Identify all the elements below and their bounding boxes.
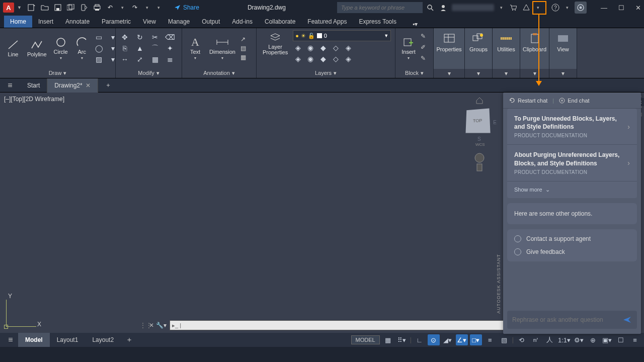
- layer-tool-icon[interactable]: ◈: [293, 54, 303, 63]
- wcs-dd-icon[interactable]: WCS ▾: [474, 141, 485, 148]
- model-tab[interactable]: Model: [18, 333, 50, 347]
- start-tab[interactable]: Start: [20, 78, 47, 93]
- panel-dd-icon[interactable]: ▾: [549, 69, 577, 78]
- hatch-icon[interactable]: ▨: [94, 55, 104, 64]
- viewcube-s[interactable]: S: [477, 136, 481, 142]
- user-dd-icon[interactable]: ▾: [498, 5, 505, 10]
- edit-attr-icon[interactable]: ✎: [421, 55, 432, 64]
- undo-icon[interactable]: ↶: [106, 4, 114, 12]
- trim-icon[interactable]: ✂: [150, 33, 160, 42]
- maximize-icon[interactable]: ☐: [618, 4, 624, 12]
- snap-icon[interactable]: ⠿▾: [396, 334, 408, 345]
- panel-properties[interactable]: Properties ▾: [434, 28, 465, 78]
- scale-icon[interactable]: ⤢: [135, 55, 145, 64]
- panel-dd-icon[interactable]: ▾: [465, 69, 492, 78]
- layer-dd-icon[interactable]: ▼: [384, 33, 388, 38]
- panel-title-modify[interactable]: Modify ▾: [116, 68, 182, 78]
- undo-dd-icon[interactable]: ▾: [119, 5, 126, 10]
- send-icon[interactable]: [623, 316, 632, 324]
- anno-mon-icon[interactable]: ⊕: [587, 334, 599, 345]
- layout-menu-icon[interactable]: ≡: [3, 335, 18, 344]
- move-icon[interactable]: ✥: [120, 33, 130, 42]
- anno-scale-icon[interactable]: 人: [544, 334, 556, 345]
- ortho-icon[interactable]: ∟: [414, 334, 426, 345]
- grid-icon[interactable]: ▦: [382, 334, 394, 345]
- erase-icon[interactable]: ⌫: [165, 33, 175, 42]
- panel-groups[interactable]: Groups ▾: [465, 28, 493, 78]
- customize-icon[interactable]: ≡: [629, 334, 641, 345]
- cmd-handle-icon[interactable]: ⋮⋮: [140, 322, 147, 329]
- fillet-icon[interactable]: ⌒: [150, 44, 160, 53]
- help-icon[interactable]: ?: [551, 3, 560, 12]
- layer-selector[interactable]: ● ☀ 🔓 0 ▼: [293, 30, 391, 41]
- space-toggle[interactable]: MODEL: [351, 335, 380, 344]
- tab-view[interactable]: View: [137, 16, 162, 28]
- lineweight-icon[interactable]: ≡: [484, 334, 496, 345]
- tab-parametric[interactable]: Parametric: [96, 16, 137, 28]
- saveas-icon[interactable]: [67, 4, 75, 12]
- add-layout-button[interactable]: ＋: [121, 335, 138, 344]
- share-link[interactable]: Share: [174, 4, 199, 11]
- dimension-button[interactable]: Dimension▾: [207, 35, 237, 61]
- search-icon[interactable]: [426, 3, 435, 12]
- otrack-icon[interactable]: □▾: [470, 334, 482, 345]
- plot-icon[interactable]: [93, 4, 101, 12]
- restart-chat-button[interactable]: Restart chat: [509, 98, 547, 104]
- tab-featured[interactable]: Featured Apps: [301, 16, 353, 28]
- scale-display[interactable]: 1:1▾: [558, 334, 571, 345]
- copy-icon[interactable]: ⎘: [120, 44, 130, 53]
- tab-express[interactable]: Express Tools: [353, 16, 402, 28]
- tab-close-icon[interactable]: ✕: [86, 82, 91, 89]
- viewcube-face[interactable]: TOP: [473, 118, 482, 124]
- save-icon[interactable]: [54, 4, 62, 12]
- osnap-icon[interactable]: ∠▾: [456, 334, 468, 345]
- layer-tool-icon[interactable]: ◉: [305, 43, 315, 52]
- new-tab-button[interactable]: ＋: [98, 78, 118, 93]
- cart-icon[interactable]: [509, 3, 518, 12]
- layer-tool-icon[interactable]: ◆: [318, 43, 328, 52]
- polar-icon[interactable]: ⊙: [428, 334, 440, 345]
- layer-tool-icon[interactable]: ◆: [318, 54, 328, 63]
- navbar-icon[interactable]: [474, 152, 485, 172]
- home-icon[interactable]: [475, 97, 484, 105]
- cycle-icon[interactable]: ⟲: [516, 334, 528, 345]
- anno-icon[interactable]: ㎡: [530, 334, 542, 345]
- transparency-icon[interactable]: ▧: [498, 334, 510, 345]
- panel-view[interactable]: View ▾: [549, 28, 577, 78]
- tab-output[interactable]: Output: [196, 16, 226, 28]
- redo-dd-icon[interactable]: ▾: [144, 5, 150, 10]
- app-menu-icon[interactable]: A: [3, 3, 14, 13]
- panel-title-draw[interactable]: Draw ▾: [0, 68, 115, 78]
- create-block-icon[interactable]: ✎: [421, 33, 432, 42]
- circle-button[interactable]: Circle▾: [52, 35, 70, 61]
- doc-menu-icon[interactable]: ≡: [0, 81, 20, 90]
- help-search-input[interactable]: [337, 2, 423, 13]
- ws-icon[interactable]: ⚙▾: [573, 334, 585, 345]
- close-icon[interactable]: ✕: [635, 4, 641, 12]
- panel-dd-icon[interactable]: ▾: [520, 69, 549, 78]
- mirror-icon[interactable]: ▲: [135, 44, 145, 53]
- open-icon[interactable]: [41, 4, 49, 12]
- panel-dd-icon[interactable]: ▾: [434, 69, 464, 78]
- tab-insert[interactable]: Insert: [32, 16, 59, 28]
- text-button[interactable]: AText▾: [186, 35, 204, 61]
- app-menu-dropdown-icon[interactable]: ▼: [15, 5, 24, 10]
- layer-tool-icon[interactable]: ◉: [305, 54, 315, 63]
- layout2-tab[interactable]: Layout2: [85, 333, 121, 347]
- line-button[interactable]: Line: [4, 38, 22, 58]
- redo-icon[interactable]: ↷: [131, 4, 139, 12]
- panel-clipboard[interactable]: Clipboard ▾: [520, 28, 549, 78]
- panel-utilities[interactable]: Utilities ▾: [493, 28, 520, 78]
- assistant-input[interactable]: [512, 316, 623, 323]
- qprops-icon[interactable]: ☐: [615, 334, 627, 345]
- viewcube-e[interactable]: E: [493, 120, 497, 125]
- tab-addins[interactable]: Add-ins: [226, 16, 259, 28]
- qat-dd-icon[interactable]: ▾: [155, 5, 162, 10]
- viewport-label[interactable]: [–][Top][2D Wireframe]: [4, 96, 64, 103]
- polyline-button[interactable]: Polyline: [25, 38, 49, 58]
- array-icon[interactable]: ▦: [150, 55, 160, 64]
- layout1-tab[interactable]: Layout1: [50, 333, 86, 347]
- panel-dd-icon[interactable]: ▾: [493, 69, 520, 78]
- result-card[interactable]: To Purge Unneeded Blocks, Layers, and St…: [507, 109, 637, 145]
- option-give-feedback[interactable]: Give feedback: [514, 248, 630, 255]
